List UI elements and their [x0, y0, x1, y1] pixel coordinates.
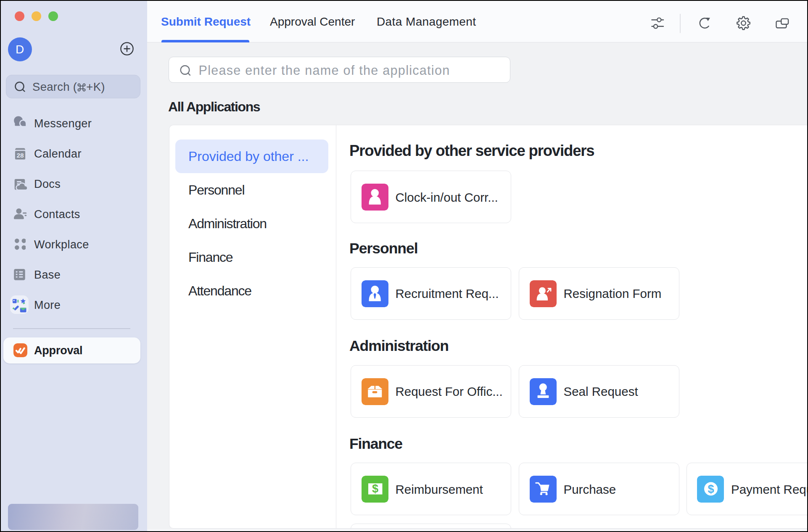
svg-text:$: $: [708, 483, 714, 495]
svg-text:28: 28: [16, 152, 24, 159]
svg-text:$: $: [372, 482, 378, 495]
